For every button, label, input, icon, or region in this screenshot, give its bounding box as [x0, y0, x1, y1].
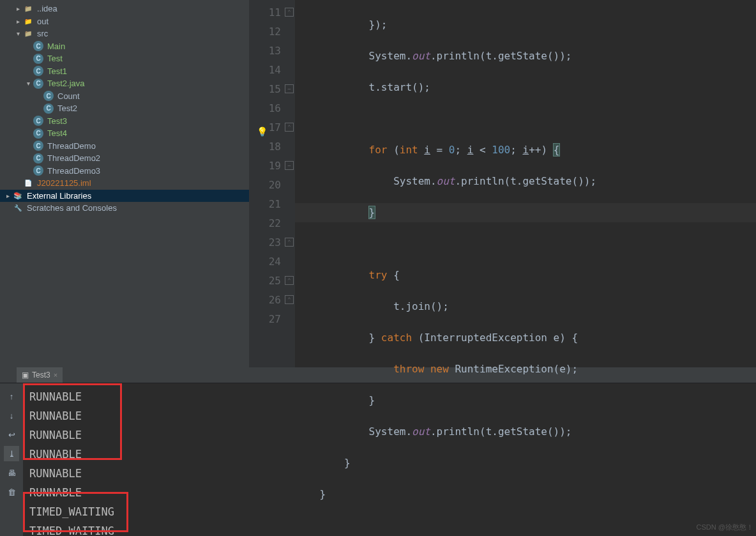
class-icon: [33, 141, 43, 151]
print-button[interactable]: 🖶: [4, 465, 19, 480]
class-icon: [33, 153, 43, 164]
project-tree: ..idea out src Main Test Test1 Test2.jav…: [0, 0, 249, 367]
tree-item-test4[interactable]: Test4: [0, 127, 249, 140]
tree-label: Test2: [57, 103, 77, 113]
folder-icon: [23, 4, 33, 14]
tree-label: Test: [47, 54, 63, 63]
tab-label: Test3: [32, 371, 50, 379]
code-editor[interactable]: 11⌃ 12 13 14 15− 16 17💡⌃ 18 19− 20 21 22…: [249, 0, 756, 367]
tree-label: Test1: [47, 66, 67, 76]
chevron-right-icon: [3, 192, 13, 199]
run-tab-test3[interactable]: ▣ Test3 ×: [17, 367, 63, 383]
tree-item-threaddemo[interactable]: ThreadDemo: [0, 140, 249, 153]
tree-item-test2[interactable]: Test2: [0, 102, 249, 115]
run-panel: ▣ Test3 × ↑ ↓ ↩ ⤓ 🖶 🗑 RUNNABLE RUNNABLE …: [0, 367, 756, 536]
folder-icon: [23, 29, 33, 39]
console-line: RUNNABLE: [29, 387, 750, 406]
tree-item-threaddemo3[interactable]: ThreadDemo3: [0, 165, 249, 178]
soft-wrap-button[interactable]: ↩: [4, 427, 19, 442]
console-output[interactable]: RUNNABLE RUNNABLE RUNNABLE RUNNABLE RUNN…: [23, 383, 756, 536]
tree-label: ThreadDemo3: [47, 166, 100, 176]
tree-label: External Libraries: [27, 191, 91, 201]
fold-open-icon[interactable]: −: [285, 84, 294, 93]
run-toolbar: ↑ ↓ ↩ ⤓ 🖶 🗑: [0, 383, 23, 536]
tree-item-test2java[interactable]: Test2.java: [0, 77, 249, 90]
tree-label: Main: [47, 42, 65, 51]
tree-item-count[interactable]: Count: [0, 90, 249, 103]
scroll-down-button[interactable]: ↓: [4, 408, 19, 423]
tree-label: src: [37, 29, 48, 38]
tree-item-idea[interactable]: ..idea: [0, 3, 249, 15]
tree-label: Test3: [47, 116, 67, 126]
tree-item-iml[interactable]: J20221125.iml: [0, 177, 249, 190]
folder-icon: [23, 16, 33, 26]
iml-file-icon: [23, 178, 33, 188]
tree-label: out: [37, 17, 49, 26]
java-file-icon: [33, 79, 43, 89]
class-icon: [33, 66, 43, 76]
terminal-icon: ▣: [22, 371, 29, 379]
class-icon: [33, 41, 43, 51]
tree-label: Test4: [47, 128, 67, 138]
tree-label: Count: [57, 91, 80, 101]
fold-close-icon[interactable]: ⌃: [285, 295, 294, 304]
close-icon[interactable]: ×: [54, 371, 57, 379]
console-line: RUNNABLE: [29, 425, 750, 445]
tree-label: ..idea: [37, 4, 57, 13]
class-icon: [33, 116, 43, 126]
tree-item-test1[interactable]: Test1: [0, 65, 249, 78]
chevron-right-icon: [13, 18, 23, 25]
clear-button[interactable]: 🗑: [4, 484, 19, 500]
class-icon: [33, 54, 43, 64]
console-line: RUNNABLE: [29, 406, 750, 425]
scroll-up-button[interactable]: ↑: [4, 388, 19, 404]
class-icon: [43, 91, 54, 101]
fold-close-icon[interactable]: ⌃: [285, 276, 294, 285]
tree-item-src[interactable]: src: [0, 27, 249, 40]
tree-item-scratches[interactable]: Scratches and Consoles: [0, 202, 249, 215]
tree-item-threaddemo2[interactable]: ThreadDemo2: [0, 152, 249, 165]
tree-item-external-libraries[interactable]: External Libraries: [0, 190, 249, 203]
fold-open-icon[interactable]: −: [285, 161, 294, 170]
watermark: CSDN @徐憨憨！: [697, 523, 753, 532]
scroll-to-end-button[interactable]: ⤓: [4, 446, 19, 461]
chevron-down-icon: [23, 80, 33, 87]
tree-label: ThreadDemo: [47, 141, 96, 151]
tree-label: J20221125.iml: [37, 178, 91, 188]
console-line: RUNNABLE: [29, 445, 750, 464]
tree-label: Test2.java: [47, 79, 85, 88]
chevron-right-icon: [13, 5, 23, 12]
chevron-down-icon: [13, 30, 23, 37]
fold-close-icon[interactable]: ⌃: [285, 123, 294, 132]
tree-item-out[interactable]: out: [0, 15, 249, 28]
class-icon: [43, 103, 54, 114]
tree-label: Scratches and Consoles: [27, 203, 117, 213]
console-line: RUNNABLE: [29, 464, 750, 483]
console-line: TIMED_WAITING: [29, 502, 750, 521]
fold-close-icon[interactable]: ⌃: [285, 238, 294, 247]
fold-close-icon[interactable]: ⌃: [285, 8, 294, 17]
code-area[interactable]: }); System.out.println(t.getState()); t.…: [295, 0, 756, 367]
console-line: RUNNABLE: [29, 483, 750, 502]
tree-item-test3[interactable]: Test3: [0, 115, 249, 128]
tree-item-test[interactable]: Test: [0, 52, 249, 65]
editor-gutter: 11⌃ 12 13 14 15− 16 17💡⌃ 18 19− 20 21 22…: [249, 0, 295, 367]
libraries-icon: [13, 190, 23, 201]
console-line: TIMED_WAITING: [29, 521, 750, 536]
scratches-icon: [13, 203, 23, 213]
tree-label: ThreadDemo2: [47, 153, 100, 163]
class-icon: [33, 165, 43, 176]
tree-item-main[interactable]: Main: [0, 40, 249, 53]
class-icon: [33, 128, 43, 139]
